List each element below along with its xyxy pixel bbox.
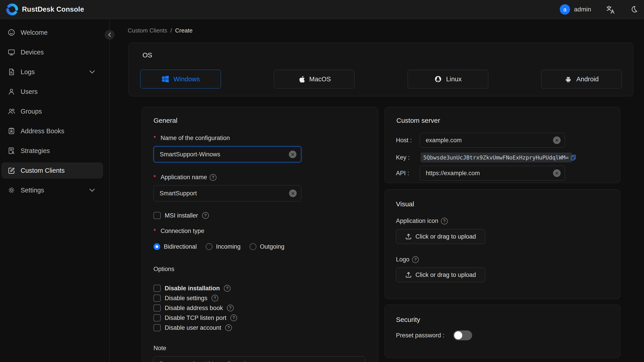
- help-icon[interactable]: ?: [202, 212, 209, 219]
- host-value: example.com: [426, 137, 553, 144]
- app-icon-upload-button[interactable]: Click or drag to upload: [396, 229, 485, 244]
- help-icon[interactable]: ?: [230, 314, 237, 321]
- api-label: API :: [396, 170, 409, 177]
- clear-icon[interactable]: ✕: [289, 150, 296, 158]
- msi-installer-label: MSI installer: [165, 212, 198, 219]
- application-name-input[interactable]: SmartSupport ✕: [154, 185, 302, 202]
- avatar-initial: a: [563, 6, 566, 13]
- linux-icon: [434, 75, 442, 83]
- sidebar-item-address-books[interactable]: Address Books: [0, 121, 109, 141]
- clear-icon[interactable]: ✕: [289, 190, 297, 197]
- radio-outgoing[interactable]: [250, 243, 256, 250]
- option-row: Disable settings ?: [154, 294, 218, 302]
- radio-label[interactable]: Outgoing: [260, 243, 284, 250]
- config-name-input[interactable]: SmartSupport-Winows ✕: [154, 146, 302, 162]
- application-icon-label: Application icon ?: [396, 218, 448, 224]
- custom-server-title: Custom server: [396, 117, 440, 124]
- help-icon[interactable]: ?: [412, 256, 419, 263]
- sidebar-collapse-button[interactable]: [105, 30, 114, 40]
- disable-installation-checkbox[interactable]: [154, 285, 161, 292]
- security-card: Security Preset password :: [384, 305, 620, 358]
- os-button-macos[interactable]: MacOS: [274, 70, 354, 88]
- disable-user-account-checkbox[interactable]: [154, 324, 161, 331]
- msi-installer-row: MSI installer ?: [154, 212, 209, 219]
- sidebar-item-groups[interactable]: Groups: [0, 102, 109, 121]
- edit-square-icon: [8, 167, 15, 174]
- chevron-down-icon: [89, 188, 95, 192]
- disable-settings-checkbox[interactable]: [154, 294, 161, 302]
- sidebar-item-label: Address Books: [20, 128, 64, 135]
- radio-label[interactable]: Bidirectional: [164, 243, 197, 250]
- help-icon[interactable]: ?: [225, 324, 232, 331]
- os-button-label: Linux: [446, 76, 462, 83]
- upload-icon: [405, 233, 412, 240]
- sidebar-item-settings[interactable]: Settings: [0, 180, 109, 200]
- os-button-label: MacOS: [309, 76, 331, 83]
- application-name-value: SmartSupport: [160, 190, 289, 197]
- clear-icon[interactable]: ✕: [553, 169, 561, 177]
- monitor-icon: [8, 48, 15, 56]
- key-label: Key :: [396, 154, 410, 161]
- sidebar: Welcome Devices Lo: [0, 19, 110, 362]
- preset-password-toggle[interactable]: [453, 330, 472, 340]
- connection-type-label: Connection type: [154, 228, 204, 234]
- language-icon[interactable]: [606, 5, 615, 14]
- clear-icon[interactable]: ✕: [553, 136, 561, 144]
- sidebar-item-welcome[interactable]: Welcome: [0, 22, 109, 42]
- option-label: Disable settings: [165, 295, 208, 302]
- api-input[interactable]: https://example.com ✕: [420, 166, 565, 180]
- dark-mode-icon[interactable]: [630, 5, 638, 14]
- help-icon[interactable]: ?: [227, 305, 234, 311]
- note-textarea[interactable]: [154, 356, 365, 362]
- sidebar-item-label: Logs: [20, 68, 35, 76]
- toggle-knob: [454, 331, 462, 340]
- os-card-title: OS: [142, 51, 152, 59]
- option-label: Disable address book: [165, 305, 223, 312]
- radio-bidirectional[interactable]: [154, 243, 160, 250]
- sidebar-item-strategies[interactable]: Strategies: [0, 141, 109, 160]
- breadcrumb-parent[interactable]: Custom Clients: [128, 27, 167, 34]
- visual-card: Visual Application icon ? Click or drag …: [384, 189, 620, 299]
- preset-password-label: Preset password :: [396, 332, 444, 339]
- user-name[interactable]: admin: [574, 6, 591, 13]
- address-book-icon: [8, 127, 15, 135]
- general-card-title: General: [154, 117, 178, 124]
- users-group-icon: [8, 108, 15, 115]
- option-label: Disable installation: [165, 285, 220, 292]
- sidebar-item-custom-clients[interactable]: Custom Clients: [0, 160, 109, 180]
- help-icon[interactable]: ?: [212, 295, 218, 302]
- help-icon[interactable]: ?: [441, 218, 448, 224]
- os-button-windows[interactable]: Windows: [140, 70, 221, 88]
- msi-installer-checkbox[interactable]: [154, 212, 161, 219]
- sidebar-item-users[interactable]: Users: [0, 82, 109, 102]
- host-input[interactable]: example.com ✕: [420, 133, 565, 148]
- disable-address-book-checkbox[interactable]: [154, 304, 161, 312]
- page: RustDesk Console a admin: [0, 0, 644, 362]
- strategy-icon: [8, 147, 15, 154]
- visual-title: Visual: [396, 200, 414, 208]
- radio-incoming[interactable]: [206, 243, 212, 250]
- copy-icon[interactable]: [570, 154, 577, 161]
- application-name-label: Application name ?: [154, 174, 216, 181]
- config-name-label: Name of the configuration: [154, 135, 230, 142]
- sidebar-item-label: Settings: [20, 186, 44, 194]
- gear-icon: [8, 186, 15, 194]
- document-icon: [8, 68, 15, 76]
- sidebar-item-label: Users: [20, 88, 38, 96]
- os-button-android[interactable]: Android: [541, 70, 622, 88]
- sidebar-item-logs[interactable]: Logs: [0, 62, 109, 82]
- upload-icon: [405, 272, 412, 278]
- note-label: Note: [154, 345, 166, 352]
- sidebar-item-label: Devices: [20, 48, 44, 56]
- security-title: Security: [396, 316, 420, 324]
- disable-tcp-listen-port-checkbox[interactable]: [154, 314, 161, 322]
- sidebar-item-devices[interactable]: Devices: [0, 42, 109, 62]
- top-bar: RustDesk Console a admin: [0, 0, 644, 19]
- logo-upload-button[interactable]: Click or drag to upload: [396, 268, 485, 282]
- radio-label[interactable]: Incoming: [216, 243, 241, 250]
- option-row: Disable TCP listen port ?: [154, 314, 237, 322]
- os-button-linux[interactable]: Linux: [408, 70, 488, 88]
- avatar[interactable]: a: [560, 4, 570, 14]
- help-icon[interactable]: ?: [210, 174, 216, 181]
- help-icon[interactable]: ?: [224, 285, 230, 292]
